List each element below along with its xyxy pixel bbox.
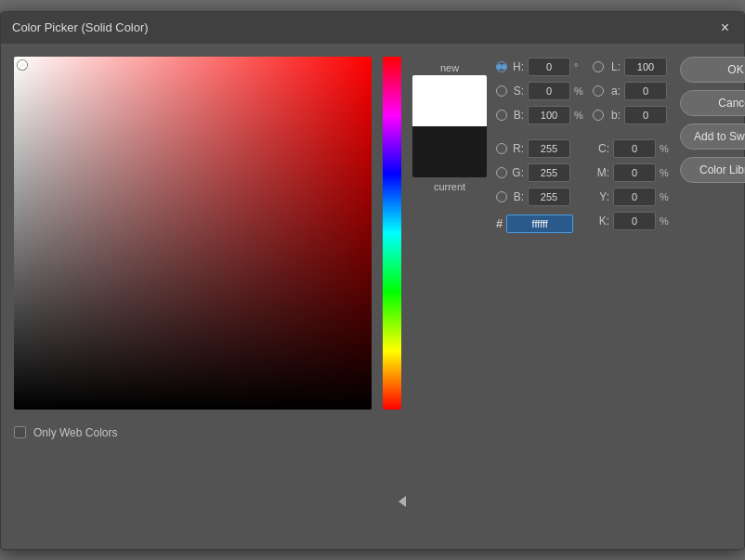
unit-M: % bbox=[660, 167, 669, 178]
close-button[interactable]: × bbox=[717, 20, 733, 36]
radio-R[interactable] bbox=[496, 143, 507, 154]
label-a: a: bbox=[608, 85, 621, 98]
cancel-button[interactable]: Cancel bbox=[680, 90, 745, 116]
field-row-C: C: % bbox=[593, 138, 669, 159]
unit-S: % bbox=[574, 85, 583, 97]
label-S: S: bbox=[511, 85, 524, 98]
input-H[interactable] bbox=[528, 58, 570, 76]
radio-L[interactable] bbox=[593, 61, 604, 72]
radio-G[interactable] bbox=[496, 167, 507, 178]
preview-wrapper: new current bbox=[412, 57, 487, 192]
input-G[interactable] bbox=[528, 163, 570, 182]
label-M: M: bbox=[593, 166, 609, 179]
field-row-Bblue: B: bbox=[496, 187, 583, 207]
color-libraries-button[interactable]: Color Libraries bbox=[680, 157, 745, 183]
radio-a[interactable] bbox=[593, 85, 604, 97]
label-H: H: bbox=[511, 60, 524, 73]
field-row-a: a: bbox=[593, 81, 669, 101]
only-web-colors-label: Only Web Colors bbox=[33, 426, 117, 439]
input-C[interactable] bbox=[613, 139, 656, 158]
label-K: K: bbox=[593, 215, 609, 228]
radio-B[interactable] bbox=[496, 110, 507, 121]
label-blab: b: bbox=[608, 109, 621, 122]
ok-button[interactable]: OK bbox=[680, 57, 745, 83]
color-gradient-picker[interactable] bbox=[14, 57, 372, 410]
label-C: C: bbox=[593, 142, 609, 155]
right-panel: OK Cancel Add to Swatches Color Librarie… bbox=[680, 57, 745, 410]
bottom-bar: Only Web Colors bbox=[1, 419, 744, 447]
hue-slider-container[interactable] bbox=[383, 57, 401, 410]
hue-slider-cursor bbox=[399, 496, 406, 507]
current-label: current bbox=[434, 181, 465, 192]
radio-S[interactable] bbox=[496, 85, 507, 97]
input-blab[interactable] bbox=[624, 106, 667, 124]
label-L: L: bbox=[608, 60, 621, 73]
only-web-colors-checkbox[interactable] bbox=[14, 426, 26, 438]
input-Bblue[interactable] bbox=[528, 188, 570, 206]
color-picker-dialog: Color Picker (Solid Color) × new current bbox=[0, 11, 745, 550]
radio-Bblue[interactable] bbox=[496, 191, 507, 202]
field-row-K: K: % bbox=[593, 211, 669, 231]
right-field-group: L: a: b: bbox=[593, 57, 669, 233]
two-col-fields: H: ° S: % bbox=[496, 57, 669, 233]
dialog-title: Color Picker (Solid Color) bbox=[12, 20, 149, 34]
unit-K: % bbox=[660, 215, 669, 227]
titlebar: Color Picker (Solid Color) × bbox=[1, 12, 744, 44]
input-S[interactable] bbox=[528, 82, 570, 100]
input-Y[interactable] bbox=[613, 188, 656, 206]
new-label: new bbox=[440, 62, 459, 73]
field-row-B: B: % bbox=[496, 105, 583, 125]
hex-row: # bbox=[496, 215, 583, 233]
fields-wrapper: H: ° S: % bbox=[496, 57, 669, 233]
radio-blab[interactable] bbox=[593, 110, 604, 121]
input-B[interactable] bbox=[528, 106, 570, 124]
label-R: R: bbox=[511, 142, 524, 155]
unit-B: % bbox=[574, 110, 583, 121]
field-row-S: S: % bbox=[496, 81, 583, 101]
unit-H: ° bbox=[574, 61, 583, 72]
label-Y: Y: bbox=[593, 190, 609, 203]
field-row-Y: Y: % bbox=[593, 187, 669, 207]
hex-input[interactable] bbox=[506, 215, 573, 233]
input-L[interactable] bbox=[624, 58, 667, 76]
field-row-H: H: ° bbox=[496, 57, 583, 77]
field-row-blab: b: bbox=[593, 105, 669, 125]
field-row-R: R: bbox=[496, 138, 583, 159]
center-area: new current H: bbox=[412, 57, 669, 410]
input-M[interactable] bbox=[613, 163, 656, 182]
content-area: new current H: bbox=[1, 44, 744, 419]
color-preview-new bbox=[412, 75, 487, 126]
add-to-swatches-button[interactable]: Add to Swatches bbox=[680, 124, 745, 150]
color-gradient-bg bbox=[14, 57, 372, 410]
action-buttons: OK Cancel Add to Swatches Color Librarie… bbox=[680, 57, 745, 183]
label-B: B: bbox=[511, 109, 524, 122]
input-R[interactable] bbox=[528, 139, 570, 158]
hash-symbol: # bbox=[496, 216, 503, 230]
unit-Y: % bbox=[660, 191, 669, 202]
hue-slider-bg bbox=[383, 57, 401, 410]
radio-H[interactable] bbox=[496, 61, 507, 72]
left-field-group: H: ° S: % bbox=[496, 57, 583, 233]
input-K[interactable] bbox=[613, 212, 656, 230]
field-row-M: M: % bbox=[593, 163, 669, 183]
color-preview-current bbox=[412, 126, 487, 177]
label-G: G: bbox=[511, 166, 524, 179]
field-row-G: G: bbox=[496, 163, 583, 183]
label-Bblue: B: bbox=[511, 190, 524, 203]
unit-C: % bbox=[660, 143, 669, 154]
field-row-L: L: bbox=[593, 57, 669, 77]
input-a[interactable] bbox=[624, 82, 667, 100]
